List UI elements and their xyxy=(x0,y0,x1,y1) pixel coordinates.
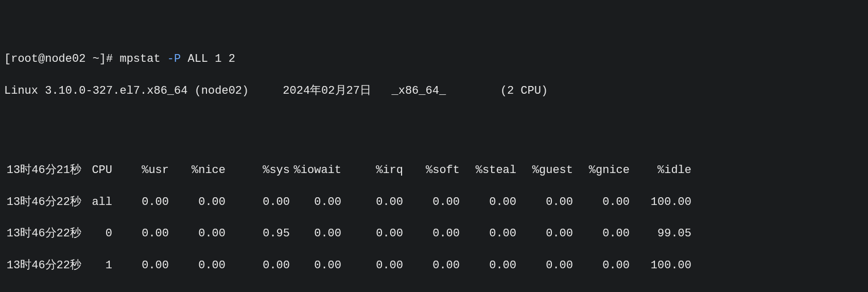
cell-gnice: 0.00 xyxy=(573,258,630,274)
mpstat-data-row: 13时46分22秒00.000.000.950.000.000.000.000.… xyxy=(4,226,864,242)
cell-idle: 100.00 xyxy=(630,258,691,274)
col-idle: %idle xyxy=(630,163,691,179)
cell-idle: 99.05 xyxy=(630,226,691,242)
col-iowait: %iowait xyxy=(290,163,341,179)
cell-iowait: 0.00 xyxy=(290,195,341,211)
cell-usr: 0.00 xyxy=(112,258,169,274)
cell-irq: 0.00 xyxy=(341,226,403,242)
command-args: ALL 1 2 xyxy=(181,53,235,65)
cell-soft: 0.00 xyxy=(403,195,460,211)
cell-nice: 0.00 xyxy=(169,226,225,242)
cell-irq: 0.00 xyxy=(341,258,403,274)
mpstat-header-row: 13时46分21秒CPU%usr%nice%sys%iowait%irq%sof… xyxy=(4,163,864,179)
cell-gnice: 0.00 xyxy=(573,226,630,242)
cell-guest: 0.00 xyxy=(516,195,573,211)
col-steal: %steal xyxy=(460,163,516,179)
cell-nice: 0.00 xyxy=(169,195,225,211)
col-soft: %soft xyxy=(403,163,460,179)
cell-soft: 0.00 xyxy=(403,258,460,274)
mpstat-data-row: 13时46分22秒all0.000.000.000.000.000.000.00… xyxy=(4,195,864,211)
cell-irq: 0.00 xyxy=(341,195,403,211)
cell-iowait: 0.00 xyxy=(290,226,341,242)
shell-prompt-line: [root@node02 ~]# mpstat -P ALL 1 2 xyxy=(4,51,864,67)
cell-steal: 0.00 xyxy=(460,226,516,242)
col-cpu: CPU xyxy=(81,163,112,179)
col-usr: %usr xyxy=(112,163,169,179)
cell-usr: 0.00 xyxy=(112,195,169,211)
cell-idle: 100.00 xyxy=(630,195,691,211)
col-nice: %nice xyxy=(169,163,225,179)
col-guest: %guest xyxy=(516,163,573,179)
cell-iowait: 0.00 xyxy=(290,258,341,274)
col-irq: %irq xyxy=(341,163,403,179)
cell-soft: 0.00 xyxy=(403,226,460,242)
cell-time: 13时46分22秒 xyxy=(4,226,81,242)
cell-usr: 0.00 xyxy=(112,226,169,242)
cell-time: 13时46分22秒 xyxy=(4,195,81,211)
command-flag: -P xyxy=(167,53,181,65)
cell-sys: 0.00 xyxy=(225,258,290,274)
col-time: 13时46分21秒 xyxy=(4,163,81,179)
cell-time: 13时46分22秒 xyxy=(4,258,81,274)
cell-steal: 0.00 xyxy=(460,195,516,211)
col-sys: %sys xyxy=(225,163,290,179)
command-name: mpstat xyxy=(119,53,167,65)
cell-steal: 0.00 xyxy=(460,258,516,274)
cell-cpu: all xyxy=(81,195,112,211)
system-info-line: Linux 3.10.0-327.el7.x86_64 (node02) 202… xyxy=(4,83,864,99)
cell-cpu: 1 xyxy=(81,258,112,274)
col-gnice: %gnice xyxy=(573,163,630,179)
cell-guest: 0.00 xyxy=(516,258,573,274)
cell-cpu: 0 xyxy=(81,226,112,242)
shell-prompt: [root@node02 ~]# xyxy=(4,53,119,65)
mpstat-data-row: 13时46分22秒10.000.000.000.000.000.000.000.… xyxy=(4,258,864,274)
mpstat-block-1: 13时46分21秒CPU%usr%nice%sys%iowait%irq%sof… xyxy=(4,147,864,289)
cell-gnice: 0.00 xyxy=(573,195,630,211)
cell-nice: 0.00 xyxy=(169,258,225,274)
cell-sys: 0.95 xyxy=(225,226,290,242)
cell-guest: 0.00 xyxy=(516,226,573,242)
cell-sys: 0.00 xyxy=(225,195,290,211)
